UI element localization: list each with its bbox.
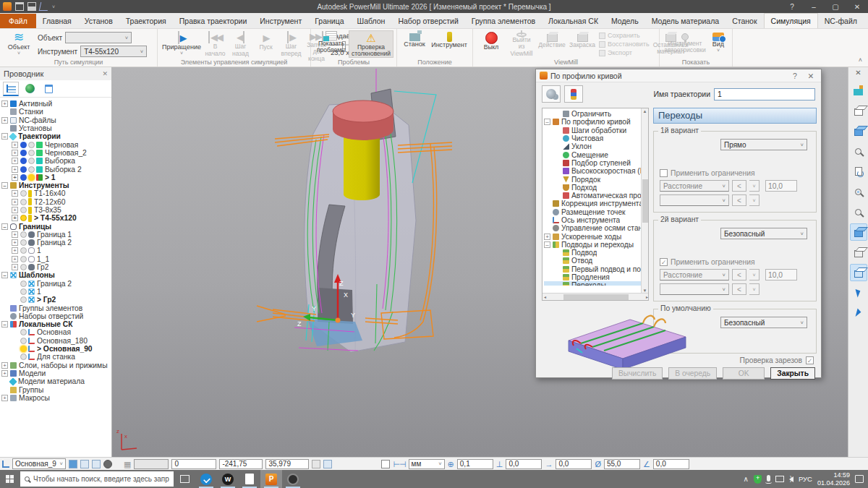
- expand-toggle[interactable]: [554, 143, 561, 150]
- dialog-tree-item[interactable]: Высокоскоростная (HSM): [544, 167, 648, 175]
- variant2-compare2-button[interactable]: <: [732, 283, 746, 295]
- expand-toggle[interactable]: –: [544, 119, 550, 125]
- coord-y-field[interactable]: -241,75: [219, 459, 263, 469]
- expand-toggle[interactable]: +: [12, 190, 18, 197]
- viewmill-small-button[interactable]: Экспорт: [599, 49, 650, 56]
- tree-item[interactable]: + Граница 1: [1, 231, 111, 239]
- expand-toggle[interactable]: [554, 168, 561, 174]
- toggle2-icon[interactable]: [323, 460, 332, 468]
- taskbar-app-document[interactable]: [239, 470, 260, 488]
- expand-toggle[interactable]: +: [12, 174, 18, 181]
- tree-item[interactable]: + T1-16x40: [1, 189, 111, 197]
- stepover-field[interactable]: 0,0: [556, 459, 592, 469]
- coord-z-field[interactable]: 35,979: [265, 459, 309, 469]
- object-select[interactable]: ˅: [65, 32, 132, 43]
- show-problems-button[interactable]: Показать проблемы: [314, 30, 349, 58]
- expand-toggle[interactable]: +: [1, 100, 8, 107]
- shaded-view-button[interactable]: [850, 223, 867, 241]
- clock[interactable]: 14:59 01.04.2026: [817, 471, 850, 487]
- ribbon-tab[interactable]: Правка траектории: [173, 14, 254, 28]
- sim-control-button[interactable]: ▶ Пуск: [253, 30, 278, 58]
- view-button[interactable]: Вид ˅: [707, 30, 729, 58]
- variant1-compare-button[interactable]: <: [732, 180, 746, 192]
- expand-toggle[interactable]: [12, 338, 18, 344]
- tree-item[interactable]: Наборы отверстий: [1, 312, 111, 320]
- chevron-down-icon[interactable]: ˅: [749, 194, 760, 206]
- expand-toggle[interactable]: [554, 266, 561, 273]
- expand-toggle[interactable]: –: [1, 182, 8, 189]
- expand-toggle[interactable]: –: [544, 241, 550, 248]
- ribbon-tab[interactable]: Станок: [726, 14, 763, 28]
- tree-item[interactable]: + > 1: [1, 174, 111, 181]
- viewmill-button[interactable]: Закраска: [567, 30, 597, 58]
- dialog-tree-item[interactable]: Подбор ступеней: [544, 159, 648, 167]
- expand-toggle[interactable]: +: [544, 234, 550, 240]
- gouge-checkbox[interactable]: ✓: [806, 356, 814, 364]
- tree-item[interactable]: + Модели: [1, 369, 111, 377]
- tree-item[interactable]: + T3-8x35: [1, 206, 111, 214]
- close-toolbar-icon[interactable]: ✕: [855, 69, 861, 79]
- expand-toggle[interactable]: +: [12, 166, 18, 173]
- toggle1-icon[interactable]: [312, 460, 320, 468]
- tree-item[interactable]: – Границы: [1, 222, 111, 230]
- tree-item[interactable]: + NC-файлы: [1, 116, 111, 124]
- expand-toggle[interactable]: [1, 305, 8, 312]
- taskbar-app-obs[interactable]: [282, 470, 304, 488]
- ribbon-tab[interactable]: Группа элементов: [465, 14, 542, 28]
- dialog-tree-item[interactable]: + Ускоренные ходы: [544, 232, 648, 240]
- expand-toggle[interactable]: [1, 378, 8, 385]
- expand-toggle[interactable]: +: [12, 256, 18, 262]
- language-indicator[interactable]: РУС: [799, 475, 812, 483]
- viewmill-button[interactable]: Действие: [537, 30, 567, 58]
- dialog-tree-item[interactable]: Чистовая: [544, 134, 648, 142]
- tool-select[interactable]: T4-55x120˅: [80, 46, 147, 57]
- taskbar-app-w[interactable]: [217, 470, 239, 488]
- tree-item[interactable]: – Локальные СК: [1, 320, 111, 328]
- chevron-down-icon[interactable]: ˅: [749, 180, 760, 192]
- display-icon[interactable]: [775, 476, 784, 482]
- tree-item[interactable]: + 1_1: [1, 255, 111, 263]
- dialog-tree-item[interactable]: Продления: [544, 273, 648, 281]
- tree-item[interactable]: Группы: [1, 385, 111, 393]
- chevron-down-icon[interactable]: ˅: [749, 283, 760, 295]
- dialog-tree-item[interactable]: Первый подвод и последний: [544, 265, 648, 273]
- machine-position-button[interactable]: Станок: [400, 30, 429, 58]
- expand-toggle[interactable]: [12, 346, 18, 352]
- expand-toggle[interactable]: +: [12, 264, 18, 270]
- task-view-button[interactable]: [174, 470, 195, 488]
- coord-x-field[interactable]: 0: [171, 459, 216, 469]
- tree-item[interactable]: Граница 2: [1, 280, 111, 288]
- expand-toggle[interactable]: +: [12, 199, 18, 205]
- angle-field[interactable]: 0,0: [653, 459, 689, 469]
- refresh-view-button[interactable]: [850, 163, 867, 180]
- save-icon[interactable]: [27, 2, 36, 11]
- start-button[interactable]: [0, 470, 20, 488]
- expand-toggle[interactable]: [544, 217, 550, 223]
- ribbon-tab[interactable]: Вид: [864, 14, 868, 28]
- expand-toggle[interactable]: [554, 274, 561, 281]
- viewmill-button[interactable]: Выйти из ViewMill: [506, 30, 537, 58]
- view-mode-icon[interactable]: [69, 460, 77, 468]
- close-button[interactable]: ✕: [846, 0, 868, 13]
- tree-item[interactable]: + Выборка: [1, 157, 111, 165]
- variant2-distance-input[interactable]: 10,0: [765, 269, 797, 281]
- dialog-button[interactable]: OK: [723, 367, 765, 380]
- grid-size-field[interactable]: [134, 459, 169, 469]
- open-icon[interactable]: [15, 2, 24, 11]
- iso-view-button[interactable]: [850, 102, 867, 119]
- tree-item[interactable]: + Слои, наборы и прижимы: [1, 361, 111, 369]
- expand-toggle[interactable]: +: [12, 150, 18, 156]
- dialog-tree-vscrollbar[interactable]: ▲▼: [641, 108, 648, 294]
- ribbon-tab[interactable]: Шаблон: [351, 14, 392, 28]
- sim-control-button[interactable]: ◀ Шаг назад: [228, 30, 253, 58]
- zoom-window-button[interactable]: [850, 203, 867, 221]
- increment-button[interactable]: ▶ Приращение ˅: [161, 30, 203, 58]
- sim-control-button[interactable]: ◀◀ В начало: [203, 30, 228, 58]
- expand-toggle[interactable]: [544, 209, 550, 215]
- autodraw-tool-button[interactable]: Инструмент автоотрисовки: [663, 30, 707, 58]
- expand-toggle[interactable]: [554, 257, 561, 264]
- ribbon-tab[interactable]: Граница: [308, 14, 350, 28]
- tree-item[interactable]: + Черновая: [1, 140, 111, 148]
- expand-toggle[interactable]: [12, 329, 18, 335]
- expand-toggle[interactable]: [554, 184, 561, 191]
